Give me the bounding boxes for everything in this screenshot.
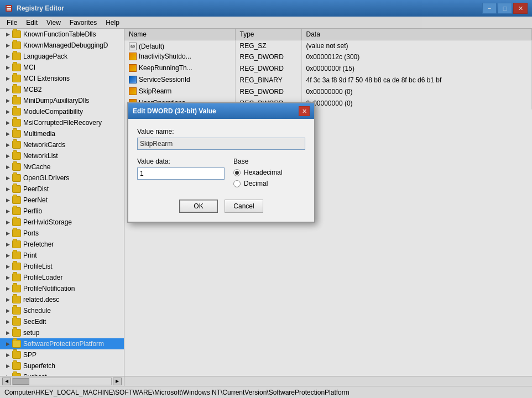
value-data-label: Value data: xyxy=(137,158,225,165)
ok-button[interactable]: OK xyxy=(179,200,218,213)
radio-hex-label: Hexadecimal xyxy=(244,169,282,176)
radio-dec-label: Decimal xyxy=(244,180,268,187)
radio-dec-option[interactable]: Decimal xyxy=(233,180,305,187)
value-data-section: Value data: xyxy=(137,158,225,191)
cancel-button[interactable]: Cancel xyxy=(225,200,263,213)
value-data-row: Value data: Base Hexadecimal Decimal xyxy=(137,158,305,191)
value-data-input[interactable] xyxy=(137,167,225,180)
dialog-title-bar: Edit DWORD (32-bit) Value ✕ xyxy=(128,103,314,119)
radio-dec-input[interactable] xyxy=(233,180,241,187)
base-group: Base Hexadecimal Decimal xyxy=(233,158,305,191)
dialog-overlay: Edit DWORD (32-bit) Value ✕ Value name: … xyxy=(0,0,532,398)
dialog-title: Edit DWORD (32-bit) Value xyxy=(133,107,216,115)
radio-hex-input[interactable] xyxy=(233,169,241,176)
value-name-input[interactable] xyxy=(137,138,305,150)
registry-editor-window: Registry Editor − □ ✕ File Edit View Fav… xyxy=(0,0,532,398)
dialog-buttons: OK Cancel xyxy=(137,200,305,213)
value-name-label: Value name: xyxy=(137,128,305,135)
edit-dword-dialog: Edit DWORD (32-bit) Value ✕ Value name: … xyxy=(127,102,315,223)
dialog-content: Value name: Value data: Base Hexadecimal xyxy=(128,119,314,222)
base-label: Base xyxy=(233,158,305,165)
radio-hex-option[interactable]: Hexadecimal xyxy=(233,169,305,176)
dialog-close-button[interactable]: ✕ xyxy=(299,106,310,116)
